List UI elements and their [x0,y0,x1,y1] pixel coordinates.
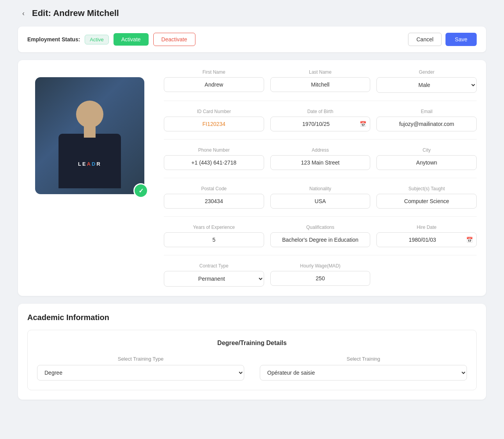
email-group: Email [376,109,477,131]
nationality-label: Nationality [270,186,371,191]
hire-date-calendar-icon: 📅 [466,237,473,243]
degree-section: Degree/Training Details Select Training … [27,330,477,390]
experience-group: Years of Experience [164,225,264,247]
phone-input[interactable] [164,155,264,170]
address-input[interactable] [270,155,371,170]
training-label: Select Training [260,356,467,362]
page-title: Edit: Andrew Mitchell [32,8,119,18]
hire-date-input[interactable] [376,232,477,247]
nationality-input[interactable] [270,194,371,209]
address-label: Address [270,147,371,153]
check-badge: ✓ [133,183,148,198]
form-row-5: Years of Experience Qualifications Hire … [164,225,477,247]
contract-select[interactable]: Permanent Temporary Contract [164,271,264,287]
divider-3 [164,178,477,178]
address-group: Address [270,147,371,170]
phone-group: Phone Number [164,147,264,170]
back-button[interactable]: ‹ [18,8,29,19]
calendar-icon: 📅 [360,121,366,127]
divider-4 [164,216,477,217]
last-name-group: Last Name [270,69,371,93]
city-group: City [376,147,477,170]
id-card-input[interactable] [164,117,264,131]
phone-label: Phone Number [164,147,264,153]
divider-5 [164,255,477,255]
hire-date-wrapper: 📅 [376,232,477,247]
back-icon: ‹ [22,9,25,18]
training-type-label: Select Training Type [37,356,244,362]
training-type-group: Select Training Type Degree Training Cer… [37,356,244,381]
dob-label: Date of Birth [270,109,371,114]
profile-photo: LEADR [35,77,144,194]
last-name-input[interactable] [270,77,371,92]
page-header: ‹ Edit: Andrew Mitchell [18,8,486,19]
id-card-group: ID Card Number [164,109,264,131]
active-badge: Active [85,35,108,44]
postal-group: Postal Code [164,186,264,209]
employment-status-label: Employment Status: [27,36,80,42]
postal-input[interactable] [164,194,264,209]
email-input[interactable] [376,117,477,131]
status-left: Employment Status: Active Activate Deact… [27,33,195,46]
training-select[interactable]: Opérateur de saisie Développeur web Tech… [260,365,467,381]
experience-input[interactable] [164,232,264,247]
hire-date-group: Hire Date 📅 [376,225,477,247]
dob-wrapper: 📅 [270,117,371,131]
nationality-group: Nationality [270,186,371,209]
degree-row: Select Training Type Degree Training Cer… [37,356,467,381]
subjects-label: Subject(s) Taught [376,186,477,191]
person-body: LEADR [59,134,121,188]
divider-1 [164,101,477,101]
cancel-button[interactable]: Cancel [408,33,442,46]
status-right: Cancel Save [408,33,477,46]
subjects-group: Subject(s) Taught [376,186,477,209]
person-head [76,101,103,128]
divider-2 [164,139,477,140]
qualifications-group: Qualifications [270,225,371,247]
hourly-input[interactable] [270,271,371,286]
gender-select[interactable]: Male Female Other [376,77,477,93]
city-input[interactable] [376,155,477,170]
form-row-4: Postal Code Nationality Subject(s) Taugh… [164,186,477,209]
deactivate-button[interactable]: Deactivate [153,33,195,46]
qualifications-label: Qualifications [270,225,371,230]
city-label: City [376,147,477,153]
contract-group: Contract Type Permanent Temporary Contra… [164,263,264,287]
last-name-label: Last Name [270,69,371,75]
hourly-label: Hourly Wage(MAD) [270,263,371,269]
id-card-label: ID Card Number [164,109,264,114]
contract-label: Contract Type [164,263,264,269]
photo-wrapper: LEADR ✓ [35,77,144,194]
gender-label: Gender [376,69,477,75]
gender-group: Gender Male Female Other [376,69,477,93]
training-group: Select Training Opérateur de saisie Déve… [260,356,467,381]
form-row-3: Phone Number Address City [164,147,477,170]
form-row-1: First Name Last Name Gender Male Female … [164,69,477,93]
qualifications-input[interactable] [270,232,371,247]
activate-button[interactable]: Activate [114,33,149,46]
dob-group: Date of Birth 📅 [270,109,371,131]
first-name-input[interactable] [164,77,264,92]
hourly-group: Hourly Wage(MAD) [270,263,371,287]
brand-label: LEADR [59,161,121,167]
form-row-6: Contract Type Permanent Temporary Contra… [164,263,477,287]
save-button[interactable]: Save [445,33,477,46]
first-name-label: First Name [164,69,264,75]
academic-card: Academic Information Degree/Training Det… [18,304,486,400]
experience-label: Years of Experience [164,225,264,230]
status-bar: Employment Status: Active Activate Deact… [18,27,486,52]
form-section: First Name Last Name Gender Male Female … [164,69,477,287]
photo-section: LEADR ✓ [27,69,152,287]
page-container: ‹ Edit: Andrew Mitchell Employment Statu… [18,8,486,400]
form-row-2: ID Card Number Date of Birth 📅 Email [164,109,477,131]
hire-date-label: Hire Date [376,225,477,230]
subjects-input[interactable] [376,194,477,209]
degree-section-title: Degree/Training Details [37,340,467,347]
postal-label: Postal Code [164,186,264,191]
academic-title: Academic Information [27,313,477,322]
first-name-group: First Name [164,69,264,93]
email-label: Email [376,109,477,114]
main-card: LEADR ✓ First Name Last Name [18,60,486,296]
dob-input[interactable] [270,117,371,131]
training-type-select[interactable]: Degree Training Certificate [37,365,244,381]
